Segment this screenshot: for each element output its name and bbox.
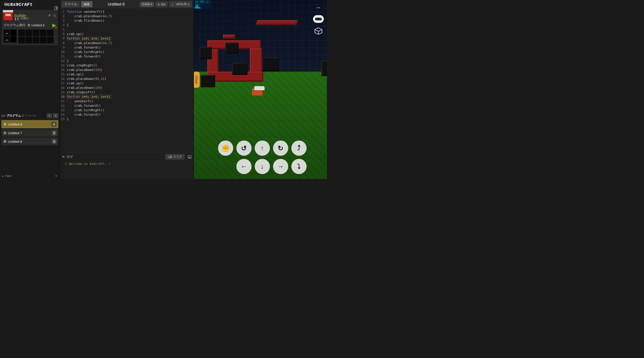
inventory-slot[interactable]	[26, 37, 32, 44]
code-line[interactable]: ····crab.forward()	[67, 54, 112, 59]
builder-avatar	[4, 11, 12, 20]
line-number: 16	[61, 77, 64, 81]
inventory-slot[interactable]: ☁	[4, 30, 10, 36]
inventory-slot[interactable]	[40, 37, 46, 44]
close-tab[interactable]: Close	[194, 72, 200, 88]
run-button[interactable]: ▶⚙	[52, 22, 56, 28]
program-item[interactable]: 🖹Untitled 6🗑	[1, 120, 58, 128]
program-item[interactable]: 🖹Untitled 8🗑	[1, 138, 58, 145]
pencil-icon: ✎	[62, 155, 65, 159]
file-icon: 🖹	[3, 131, 6, 135]
code-line[interactable]: crab.stepLeft()	[67, 90, 112, 94]
code-line[interactable]: crab.up()	[67, 72, 112, 77]
move-up-button[interactable]: ↑	[255, 141, 270, 156]
ids-button[interactable]: ◆IDs	[156, 2, 168, 7]
inventory-slot[interactable]	[47, 30, 54, 36]
clear-log-button[interactable]: ⌫クリア	[165, 154, 185, 160]
code-line[interactable]: crab.placeDown(95,11)	[67, 77, 112, 81]
code-icon: </>	[1, 114, 6, 118]
gear-icon[interactable]: ⚙	[55, 26, 57, 29]
log-line: Welcome to 8x9craft, !	[69, 162, 110, 166]
inventory-slot[interactable]: ☁	[4, 36, 10, 43]
code-line[interactable]: ····crab.forward()	[67, 45, 112, 50]
jump-down-button[interactable]: ⤵	[291, 159, 306, 174]
code-line[interactable]: }	[67, 59, 112, 63]
inventory-slot[interactable]	[33, 30, 39, 36]
line-number: 11	[61, 54, 64, 59]
inventory-slot[interactable]	[18, 37, 25, 44]
inventory-slot[interactable]	[26, 30, 32, 36]
tab-program[interactable]: プログラム	[6, 114, 21, 118]
move-left-button[interactable]: ←	[236, 159, 252, 174]
collapse-left-icon[interactable]	[54, 6, 58, 10]
line-number: 7	[61, 36, 64, 41]
agent-character	[252, 88, 263, 96]
add-program-button[interactable]: +	[47, 113, 52, 118]
program-name: Untitled 8	[8, 140, 22, 143]
file-menu[interactable]: ファイル	[62, 1, 80, 8]
turn-left-button[interactable]: ↺	[236, 141, 252, 156]
code-line[interactable]: ····crab.flickDown()	[67, 18, 112, 23]
line-number: 24	[61, 112, 64, 117]
pause-icon: ❚❚	[14, 17, 19, 20]
svg-rect-0	[315, 18, 322, 20]
inventory-slot[interactable]	[10, 30, 16, 36]
edit-menu[interactable]: 編集	[81, 1, 92, 8]
turn-right-button[interactable]: ↻	[273, 141, 288, 156]
program-name: Untitled 6	[8, 122, 22, 126]
program-item[interactable]: 🖹Untitled 7🗑	[1, 129, 58, 137]
move-right-button[interactable]: →	[273, 159, 288, 174]
collapse-log-icon[interactable]	[188, 155, 192, 159]
grab-button[interactable]: ✊	[218, 141, 233, 156]
code-line[interactable]: ····crab.turnRight()	[67, 108, 112, 112]
clear-filter-icon[interactable]: ✕	[55, 174, 58, 178]
svg-point-2	[320, 19, 320, 20]
exec-file-name: Untitled 6	[31, 24, 44, 27]
package-icon[interactable]	[313, 27, 324, 35]
inventory-slot[interactable]	[40, 30, 46, 36]
line-number: 15	[61, 72, 64, 77]
code-line[interactable]: crab.up()	[67, 81, 112, 86]
code-line[interactable]: ····crab.forward()	[67, 112, 112, 117]
eye-icon[interactable]: 👁	[48, 14, 52, 18]
code-line[interactable]: crab.placeDown(155)	[67, 68, 112, 72]
viewport-3d[interactable]: 20 FPS (1-57) Close ↔ ✊ ↺ ↑ ↻ ⤴ ← ↓ → ⤵	[194, 0, 327, 179]
code-line[interactable]: }	[67, 23, 112, 27]
resize-icon[interactable]: ↔	[313, 4, 324, 11]
code-line[interactable]: crab.stepRight()	[67, 63, 112, 68]
inventory-slot[interactable]	[47, 37, 54, 44]
delete-button[interactable]: 🗑	[52, 130, 56, 135]
code-line[interactable]: ····crab.placeDown(44,7)	[67, 41, 112, 45]
move-down-button[interactable]: ↓	[255, 159, 270, 174]
jump-up-button[interactable]: ⤴	[291, 141, 306, 156]
delete-button[interactable]: 🗑	[52, 122, 56, 127]
delete-button[interactable]: 🗑	[52, 139, 56, 144]
inventory-slot[interactable]	[18, 30, 25, 36]
code-line[interactable]: for(let i=0; i<4; i++){	[66, 94, 112, 99]
inventory-slot[interactable]	[10, 36, 16, 43]
line-number: 3	[61, 18, 64, 23]
line-number: 10	[61, 50, 64, 54]
line-number: 4	[61, 23, 64, 27]
tab-file[interactable]: ファイル	[25, 114, 36, 118]
code-line[interactable]: }	[67, 117, 112, 121]
code-line[interactable]: for(let i=0; i<4; i++){	[66, 36, 112, 41]
learn-api-button[interactable]: 🎓APIを学ぶ	[169, 1, 192, 8]
upload-button[interactable]: ⇪	[53, 113, 58, 118]
code-editor[interactable]: 1234567891011121314151617181920212223242…	[60, 9, 194, 152]
code-line[interactable]: ····uenoharf()	[67, 99, 112, 103]
filter-icon: ▸	[2, 174, 4, 178]
gamepad-icon[interactable]	[313, 15, 324, 23]
language-select[interactable]: 日本語 ▾	[140, 2, 154, 7]
reload-icon[interactable]: ↻	[53, 14, 56, 18]
code-line[interactable]: crab.up()	[67, 32, 112, 36]
code-line[interactable]: ····crab.placeDown(44,7)	[67, 14, 112, 18]
code-line[interactable]: ····crab.turnRight()	[67, 50, 112, 54]
code-line[interactable]	[67, 27, 112, 32]
inventory-slot[interactable]	[33, 37, 39, 44]
code-line[interactable]: ····crab.forward()	[67, 103, 112, 108]
code-line[interactable]: crab.placeDown(155)	[67, 86, 112, 90]
movement-controls: ✊ ↺ ↑ ↻ ⤴ ← ↓ → ⤵	[207, 141, 318, 175]
code-line[interactable]: function uenoharf(){	[67, 10, 112, 14]
builder-status-text: 待機中...	[20, 17, 31, 21]
